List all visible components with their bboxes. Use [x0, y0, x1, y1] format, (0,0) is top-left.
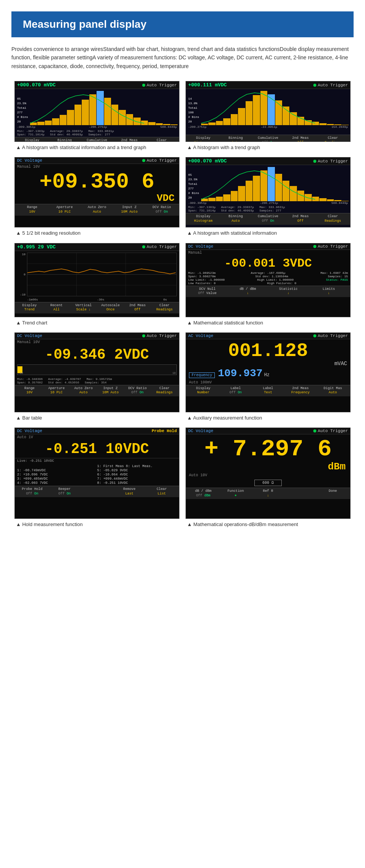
dbm1-refr-area: 600 Ω [186, 480, 350, 486]
tb-dcvratio[interactable]: DCV RatioOff On [124, 386, 151, 395]
tb-binning[interactable]: BinningAuto [220, 136, 251, 142]
bar1-trigger: Auto Trigger [142, 334, 177, 338]
tb-cumulative[interactable]: CumulativeOff On [81, 138, 113, 142]
tb-autozero[interactable]: Auto ZeroAuto [81, 205, 113, 214]
bar [126, 114, 133, 125]
tb-inputz[interactable]: Input Z10M Auto [97, 386, 124, 395]
ac1-mode: Auto 100mV [186, 380, 350, 385]
hist2-header: +000.111 mVDC Auto Trigger [186, 81, 350, 89]
tb-done[interactable]: Done [317, 489, 349, 498]
tb-autoscale[interactable]: AutoscaleOnce [97, 304, 124, 312]
tb-limits[interactable]: Limits↓ [309, 287, 349, 296]
tb-2ndmeas[interactable]: 2nd MeasOff [285, 136, 316, 142]
tb-dcvratio[interactable]: DCV RatioOff On [146, 205, 178, 214]
tb-label2[interactable]: LabelText [252, 386, 284, 395]
page-title: Measuring panel display [23, 18, 342, 30]
bar [231, 191, 238, 201]
trigger-dot [142, 84, 145, 87]
stat-header: DC Voltage Auto Trigger [186, 243, 350, 250]
page-header: Measuring panel display [11, 11, 354, 37]
tb-display[interactable]: DisplayHistogram [187, 215, 219, 223]
tb-statistic[interactable]: Statistic↓ [268, 287, 308, 296]
tb-db[interactable]: dB / dBm↓ [228, 287, 268, 296]
trend1-plot [27, 253, 177, 296]
tb-range[interactable]: Range10V [16, 205, 48, 214]
hist3-toolbar[interactable]: DisplayHistogram BinningAuto CumulativeO… [186, 213, 350, 224]
tb-2ndmeas[interactable]: 2nd MeasOff [114, 138, 145, 142]
dbm1-label: DC Voltage [188, 429, 213, 433]
tb-dcvnull[interactable]: DCV NullOff Value [187, 287, 227, 296]
tb-display[interactable]: DisplayTrend [16, 304, 43, 312]
tb-clear[interactable]: ClearReadings [317, 136, 349, 142]
hist3-value: +000.070 mVDC [188, 158, 227, 164]
bar [312, 122, 319, 125]
hist2-toolbar[interactable]: DisplayHistogram BinningAuto CumulativeO… [186, 135, 350, 142]
bar [253, 176, 260, 202]
dbm1-screen: DC Voltage Auto Trigger + 7.297 6 dBm Au… [186, 428, 351, 519]
trend1-svg [27, 253, 176, 296]
tb-digitmask[interactable]: Digit MasAuto [317, 386, 349, 395]
bar1-chart: -10 10 [17, 364, 177, 375]
tb-beeper[interactable]: BeeperOff On [49, 487, 80, 496]
bar1-toolbar[interactable]: Range10V Aperture10 PLC Auto ZeroAuto In… [15, 385, 179, 396]
panels-grid: +000.070 mVDC Auto Trigger 65 23.5% Tota… [0, 74, 365, 535]
hist3-stats: Min: -397.1383μ Average: 29.33837μ Max: … [186, 205, 350, 213]
dbm1-toolbar[interactable]: dB / dBmOff dBm Function● Ref R↓ Done [186, 488, 350, 499]
tb-display[interactable]: DisplayHistogram [16, 138, 48, 142]
tb-range[interactable]: Range10V [16, 386, 43, 395]
tb-2ndmeas[interactable]: 2nd MeasOff [285, 215, 316, 223]
tb-cumulative[interactable]: CumulativeOff On [252, 215, 284, 223]
bar [82, 100, 89, 126]
tb-clearlist[interactable]: ClearList [146, 487, 178, 496]
tb-binning[interactable]: BinningAuto [220, 215, 251, 223]
tb-aperture[interactable]: Aperture10 PLC [49, 205, 80, 214]
bar1-label: DC Voltage [17, 334, 42, 338]
large1-trigger: Auto Trigger [142, 158, 177, 163]
tb-vertical[interactable]: VerticalScale ↓ [70, 304, 97, 312]
tb-autozero[interactable]: Auto ZeroAuto [70, 386, 97, 395]
bar [238, 186, 245, 202]
tb-2ndmeas[interactable]: 2nd MeasOff [124, 304, 151, 312]
tb-cumulative[interactable]: CumulativeOff On [252, 136, 284, 142]
stat-toolbar[interactable]: DCV NullOff Value dB / dBm↓ Statistic↓ L… [186, 286, 350, 297]
bar [45, 121, 52, 126]
bar [67, 110, 74, 126]
large1-unit: VDC [15, 192, 179, 204]
bar [141, 121, 148, 126]
tb-removelast[interactable]: RemoveLast [114, 487, 145, 496]
hist1-side-info: 65 23.5% Total 277 # Bins 20 [17, 97, 28, 124]
tb-inputz[interactable]: Input Z10M Auto [114, 205, 145, 214]
hist2-chart-area: 14 13.0% Total 108 # Bins 20 [186, 89, 350, 125]
panel-hist3: +000.070 mVDC Auto Trigger 65 23.5% Tota… [182, 154, 354, 240]
tb-recent[interactable]: RecentAll [43, 304, 70, 312]
trend1-toolbar[interactable]: DisplayTrend RecentAll VerticalScale ↓ A… [15, 302, 179, 313]
ac1-toolbar[interactable]: DisplayNumber LabelOff On LabelText 2nd … [186, 385, 350, 396]
tb-2ndmeas[interactable]: 2nd MeasFrequency [285, 386, 316, 395]
dbm1-caption: Mathematical operations-dB/dBm measureme… [186, 521, 351, 528]
tb-display[interactable]: DisplayHistogram [187, 136, 219, 142]
tb-function[interactable]: Function● [220, 489, 251, 498]
tb-clear[interactable]: ClearReadings [151, 304, 178, 312]
large1-toolbar[interactable]: Range10V Aperture10 PLC Auto ZeroAuto In… [15, 204, 179, 215]
tb-aperture[interactable]: Aperture10 PLC [43, 386, 70, 395]
bar [111, 105, 118, 125]
dbm1-header: DC Voltage Auto Trigger [186, 428, 350, 434]
tb-probehold[interactable]: Probe HoldOff On [16, 487, 48, 496]
stat-label: DC Voltage [188, 244, 213, 249]
trigger-dot3 [142, 159, 145, 162]
hold1-probe: Probe Hold [152, 429, 177, 433]
tb-display[interactable]: DisplayNumber [187, 386, 219, 395]
trigger-dot4 [313, 160, 316, 163]
hold1-toolbar[interactable]: Probe HoldOff On BeeperOff On RemoveLast… [15, 486, 179, 497]
tb-clear[interactable]: ClearReadings [317, 215, 349, 223]
bar [75, 105, 81, 125]
panel-ac1: AC Voltage Auto Trigger 001.128 mVAC Fre… [182, 329, 354, 424]
tb-dbdbm[interactable]: dB / dBmOff dBm [187, 489, 219, 498]
bar [171, 124, 178, 125]
hist1-toolbar[interactable]: DisplayHistogram BinningAuto CumulativeO… [15, 137, 179, 142]
tb-binning[interactable]: BinningAuto [49, 138, 80, 142]
tb-refr[interactable]: Ref R↓ [252, 489, 284, 498]
tb-clear[interactable]: ClearReadings [151, 386, 178, 395]
tb-clear[interactable]: ClearReadings [146, 138, 178, 142]
tb-label1[interactable]: LabelOff On [220, 386, 251, 395]
